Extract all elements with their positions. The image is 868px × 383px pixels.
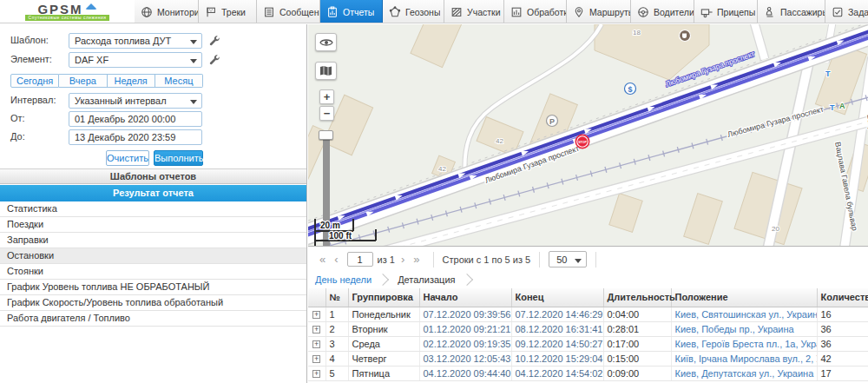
zoom-in-button[interactable]: + [319,89,334,104]
expand-plus-icon[interactable]: + [312,326,320,333]
interval-select[interactable]: Указанный интервал [69,93,202,109]
tab-routes[interactable]: Маршруты [567,0,631,23]
period-button-2[interactable]: Неделя [108,74,155,88]
tab-reports[interactable]: Отчеты [320,0,383,23]
chevron-right-icon [377,274,389,286]
bank-icon: $ [625,83,636,95]
result-header-selected[interactable]: Результат отчета [0,185,306,201]
layers-map-button[interactable] [315,62,337,80]
location-link[interactable]: Киев, Героїв Бреста пл., 1а, Украина [671,336,817,351]
report-section-item[interactable]: Стоянки [0,264,306,280]
location-link[interactable]: Киев, Депутатская ул., Украина [671,366,817,380]
tab-passengers[interactable]: Пассажиры [758,0,825,23]
expand-plus-icon[interactable]: + [312,355,320,363]
end-cell: 07.12.2020 14:46:29 [511,307,603,321]
map-canvas[interactable]: Любомира Гузара проспект Любомира Гузара… [308,24,868,247]
table-row: +4Четверг03.12.2020 12:05:4310.12.2020 1… [308,351,868,366]
tab-areas[interactable]: Участки [444,0,504,23]
rows-info-label: Строки с 1 по 5 из 5 [443,254,531,265]
expand-plus-icon[interactable]: + [312,370,320,378]
routes-icon [573,6,585,18]
end-cell: 04.12.2020 14:54:02 [511,366,603,380]
execute-button[interactable]: Выполнить [154,150,203,166]
report-section-item[interactable]: Остановки [0,248,306,264]
next-page-button[interactable]: › [397,253,409,266]
areas-icon [450,6,463,18]
tab-drivers[interactable]: Водители [631,0,694,23]
zoom-slider-track[interactable] [323,130,330,247]
template-settings-wrench-icon[interactable] [208,35,220,47]
period-button-0[interactable]: Сегодня [10,74,59,88]
end-cell: 10.12.2020 15:29:04 [511,351,603,366]
main-area: Любомира Гузара проспект Любомира Гузара… [308,24,868,383]
cafe-icon [680,30,691,42]
processings-icon [510,6,523,18]
tab-day-of-week[interactable]: День недели [315,274,372,285]
report-section-item[interactable]: Поездки [0,217,306,233]
trailers-icon [700,6,713,18]
to-date-input[interactable]: 13 Декабрь 2020 23:59 [69,129,202,145]
report-section-item[interactable]: Статистика [0,201,306,217]
period-button-3[interactable]: Месяц [155,74,203,88]
element-select[interactable]: DAF XF [69,52,202,68]
location-link[interactable]: Киев, Победы пр., Украина [671,321,817,336]
report-section-item[interactable]: Заправки [0,233,306,248]
expand-plus-icon[interactable]: + [312,340,320,348]
row-number-cell: 5 [326,366,348,380]
tram-stop-icon: T [825,69,831,78]
tab-detailing[interactable]: Детализация [398,274,455,285]
tab-tasks[interactable]: Задания [825,0,868,23]
tab-monitoring[interactable]: Мониторинг [135,0,199,23]
pharmacy-icon: A [839,102,845,110]
expand-plus-icon[interactable]: + [312,311,320,319]
reports-icon [326,6,339,18]
svg-text:$: $ [628,85,632,94]
element-settings-wrench-icon[interactable] [208,54,220,66]
page-size-select[interactable]: 50 [549,251,587,267]
start-cell: 01.12.2020 09:21:21 [419,321,511,336]
chevron-down-icon [575,259,582,263]
stop-event-marker[interactable]: STOP [575,135,590,149]
separator [433,252,434,267]
first-page-button[interactable]: « [315,253,330,266]
report-section-item[interactable]: График Уровень топлива НЕ ОБРАБОТАНЫЙ [0,280,306,295]
period-button-1[interactable]: Вчера [59,74,107,88]
page-number-input[interactable] [347,252,373,267]
visibility-eye-button[interactable] [315,33,337,51]
tab-geofences[interactable]: Геозоны [383,0,444,23]
map-icon [319,65,332,76]
page-count-label: из 1 [378,254,395,265]
eye-icon [319,37,333,48]
logo-text: GPSM [37,3,82,15]
tab-trailers[interactable]: Прицепы [694,0,758,23]
logo-tagline: Спутниковые системы слежения [25,15,110,21]
column-header: Количество [817,288,868,307]
template-select[interactable]: Расхода топлива ДУТ [69,33,202,49]
location-link[interactable]: Київ, Ірчана Мирослава вул., 2, Україна [671,351,817,366]
duration-cell: 0:04:00 [603,307,671,321]
column-header: № [326,288,348,307]
house-number: 42 [438,165,446,173]
start-cell: 04.12.2020 09:44:40 [419,366,511,380]
from-date-input[interactable]: 01 Декабрь 2020 00:00 [69,111,202,127]
interval-label: Интервал: [10,95,56,105]
table-row: +1Понедельник07.12.2020 09:39:5607.12.20… [308,307,868,321]
count-cell: 42 [817,351,868,366]
end-cell: 09.12.2020 14:50:27 [511,336,603,351]
location-link[interactable]: Киев, Святошинская ул., Украина [671,307,817,321]
house-number: 20 [772,225,779,233]
report-panel: Шаблон: Расхода топлива ДУТ Элемент: DAF… [0,24,307,383]
templates-header[interactable]: Шаблоны отчетов [0,168,306,184]
tab-messages[interactable]: Сообщения [257,0,320,23]
clear-button[interactable]: Очистить [106,150,149,166]
prev-page-button[interactable]: ‹ [330,253,342,266]
report-section-item[interactable]: Работа двигателя / Топливо [0,311,306,327]
zoom-slider-handle[interactable] [319,130,333,140]
tab-tracks[interactable]: Треки [199,0,257,23]
tab-processings[interactable]: Обработки [504,0,567,23]
template-select-value: Расхода топлива ДУТ [75,36,171,46]
report-section-item[interactable]: График Скорость/Уровень топлива обработа… [0,295,306,311]
last-page-button[interactable]: » [409,253,424,266]
zoom-out-button[interactable]: − [319,106,334,121]
template-label: Шаблон: [10,35,49,45]
